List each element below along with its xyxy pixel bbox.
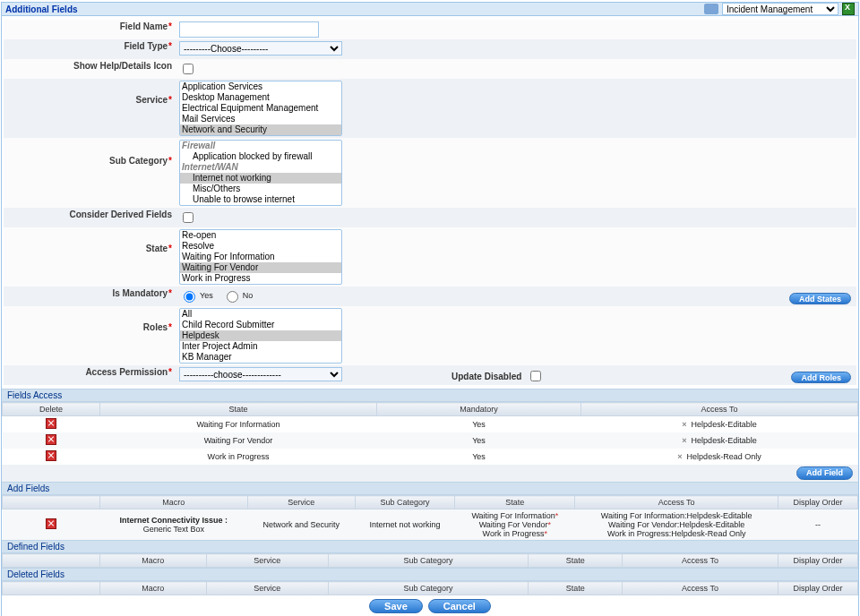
col-service: Service: [206, 582, 328, 595]
delete-icon[interactable]: [46, 450, 56, 461]
consider-derived-checkbox[interactable]: [183, 212, 194, 223]
fields-access-table: Delete State Mandatory Access To Waiting…: [2, 402, 858, 465]
col-state: State: [529, 554, 623, 568]
col-access: Access To: [575, 496, 778, 509]
table-row: Waiting For InformationYes× Helpdesk-Edi…: [3, 416, 858, 433]
add-field-button[interactable]: Add Field: [796, 466, 853, 480]
col-subcat: Sub Category: [355, 496, 455, 509]
col-service: Service: [206, 554, 328, 568]
col-order: Display Order: [778, 554, 858, 568]
show-help-checkbox[interactable]: [183, 64, 194, 74]
add-roles-button[interactable]: Add Roles: [791, 372, 851, 383]
deleted-fields-header: Deleted Fields: [2, 568, 858, 581]
col-access: Access To: [623, 582, 778, 595]
delete-icon[interactable]: [46, 418, 56, 429]
row-field-type: Field Type ---------Choose---------: [4, 39, 856, 59]
save-button[interactable]: Save: [369, 599, 423, 613]
cell-state: Waiting For Information*Waiting For Vend…: [455, 509, 575, 541]
defined-fields-header: Defined Fields: [2, 540, 858, 553]
cancel-button[interactable]: Cancel: [428, 599, 491, 613]
field-type-select[interactable]: ---------Choose---------: [179, 41, 342, 56]
mandatory-no-radio[interactable]: [227, 291, 238, 303]
mandatory-yes-radio[interactable]: [184, 291, 195, 303]
col-state: State: [529, 582, 623, 595]
footer-actions: Save Cancel: [2, 595, 858, 616]
row-field-name: Field Name: [4, 20, 856, 39]
row-consider-derived: Consider Derived Fields: [4, 208, 856, 227]
col-access: Access To: [581, 403, 858, 416]
table-row: Internet Connectivity Issue : Generic Te…: [3, 509, 858, 541]
col-delete: Delete: [3, 403, 100, 416]
col-order: Display Order: [778, 582, 858, 595]
field-name-input[interactable]: [179, 21, 319, 38]
col-state: State: [455, 496, 575, 509]
print-icon[interactable]: [704, 4, 718, 14]
roles-list[interactable]: AllChild Record SubmitterHelpdeskInter P…: [179, 308, 342, 364]
col-order: Display Order: [778, 496, 858, 509]
deleted-fields-table: Macro Service Sub Category State Access …: [2, 581, 858, 595]
module-select[interactable]: Incident Management: [722, 3, 838, 15]
col-access: Access To: [623, 554, 778, 568]
remove-access-icon[interactable]: ×: [682, 420, 686, 429]
cell-service: Network and Security: [247, 509, 355, 541]
show-help-label: Show Help/Details Icon: [9, 61, 179, 71]
col-state: State: [100, 403, 377, 416]
cell-access: Waiting For Information:Helpdesk-Editabl…: [575, 509, 778, 541]
state-list[interactable]: Re-openResolveWaiting For InformationWai…: [179, 229, 342, 285]
consider-derived-label: Consider Derived Fields: [9, 210, 179, 219]
fields-access-header: Fields Access: [2, 389, 858, 402]
mandatory-yes-label: Yes: [200, 291, 213, 300]
update-disabled-label: Update Disabled: [452, 372, 521, 381]
add-fields-header: Add Fields: [2, 482, 858, 495]
add-fields-table: Macro Service Sub Category State Access …: [2, 495, 858, 540]
defined-fields-table: Macro Service Sub Category State Access …: [2, 553, 858, 568]
additional-fields-form: Field Name Field Type ---------Choose---…: [2, 16, 858, 389]
col-macro: Macro: [100, 582, 207, 595]
remove-access-icon[interactable]: ×: [682, 436, 686, 445]
row-service: Service Application ServicesDesktop Mana…: [4, 79, 856, 138]
row-mandatory: Is Mandatory Yes No Add States: [4, 287, 856, 306]
remove-access-icon[interactable]: ×: [677, 452, 682, 461]
row-roles: Roles AllChild Record SubmitterHelpdeskI…: [4, 306, 856, 365]
row-access-permission: Access Permission ----------choose------…: [4, 365, 856, 385]
subcategory-list[interactable]: FirewallApplication blocked by firewallI…: [179, 140, 342, 206]
add-states-button[interactable]: Add States: [789, 293, 851, 304]
macro-sub: Generic Text Box: [143, 525, 204, 534]
roles-label: Roles: [9, 308, 179, 332]
col-macro: Macro: [100, 496, 248, 509]
state-label: State: [9, 229, 179, 253]
update-disabled-checkbox[interactable]: [530, 371, 541, 381]
row-state: State Re-openResolveWaiting For Informat…: [4, 227, 856, 287]
col-subcat: Sub Category: [328, 582, 528, 595]
col-service: Service: [247, 496, 355, 509]
delete-icon[interactable]: [46, 434, 56, 445]
col-mandatory: Mandatory: [377, 403, 581, 416]
access-permission-label: Access Permission: [9, 367, 179, 377]
mandatory-no-label: No: [243, 291, 254, 300]
macro-title: Internet Connectivity Issue :: [120, 516, 228, 525]
service-list[interactable]: Application ServicesDesktop ManagementEl…: [179, 81, 342, 136]
cell-order: --: [778, 509, 858, 541]
access-permission-select[interactable]: ----------choose-------------: [179, 367, 342, 381]
col-subcat: Sub Category: [328, 554, 528, 568]
field-type-label: Field Type: [9, 41, 179, 51]
field-name-label: Field Name: [9, 21, 179, 31]
service-label: Service: [9, 81, 179, 105]
page-title: Additional Fields: [5, 4, 78, 14]
table-row: Work in ProgressYes× Helpdesk-Read Only: [3, 449, 858, 465]
mandatory-label: Is Mandatory: [9, 288, 179, 298]
col-macro: Macro: [100, 554, 207, 568]
titlebar: Additional Fields Incident Management: [2, 3, 858, 16]
row-subcategory: Sub Category FirewallApplication blocked…: [4, 138, 856, 208]
subcategory-label: Sub Category: [9, 140, 179, 166]
cell-subcat: Internet not working: [355, 509, 455, 541]
row-show-help: Show Help/Details Icon: [4, 59, 856, 79]
table-row: Waiting For VendorYes× Helpdesk-Editable: [3, 432, 858, 449]
excel-export-icon[interactable]: [842, 3, 855, 15]
delete-icon[interactable]: [46, 518, 56, 529]
